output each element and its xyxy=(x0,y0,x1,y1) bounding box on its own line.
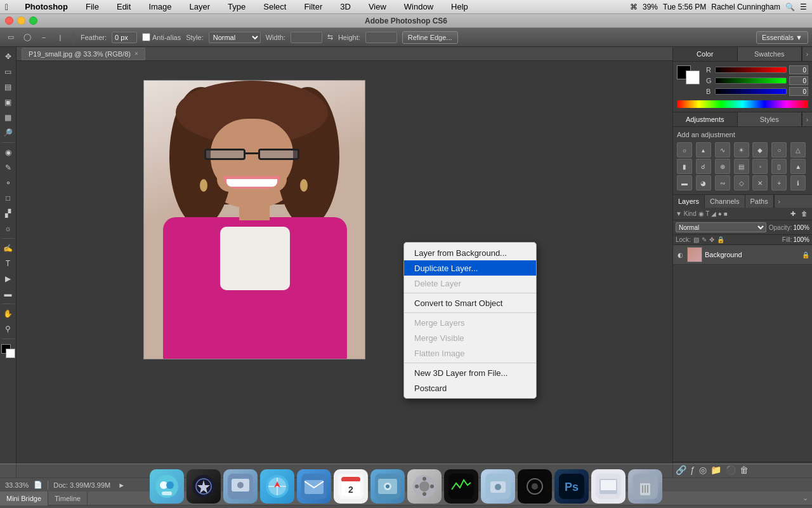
dock-mail[interactable] xyxy=(297,469,331,504)
green-value[interactable] xyxy=(789,76,808,85)
width-input[interactable] xyxy=(291,32,322,43)
dock-iweb[interactable] xyxy=(591,469,625,504)
green-slider[interactable] xyxy=(715,77,787,84)
adj-photo-filter[interactable]: ☌ xyxy=(696,159,711,174)
adj-invert[interactable]: ▫ xyxy=(752,159,768,174)
adj-vibrance2[interactable]: ◇ xyxy=(734,175,749,190)
dock-iphoto[interactable] xyxy=(370,469,405,504)
adj-bw[interactable]: ▮ xyxy=(677,159,692,174)
filter-menu[interactable]: Filter xyxy=(300,1,326,13)
adj-color-lookup[interactable]: ▤ xyxy=(734,159,749,174)
lock-position-icon[interactable]: ✥ xyxy=(709,236,714,243)
blue-value[interactable] xyxy=(789,87,808,96)
refine-edge-button[interactable]: Refine Edge... xyxy=(402,31,458,44)
adj-exposure[interactable]: ☀ xyxy=(734,142,749,157)
dock-system-pref[interactable] xyxy=(407,469,442,504)
document-tab[interactable]: P19_small.jpg @ 33.3% (RGB/8) × xyxy=(22,48,145,60)
style-select[interactable]: Normal Fixed Ratio Fixed Size xyxy=(209,32,261,43)
tab-styles[interactable]: Styles xyxy=(738,112,802,126)
move-tool[interactable]: ✥ xyxy=(1,50,15,64)
adj-new[interactable]: + xyxy=(771,175,787,190)
tab-color[interactable]: Color xyxy=(673,47,738,61)
clone-tool[interactable]: ⚬ xyxy=(1,176,15,190)
layer-menu[interactable]: Layer xyxy=(186,1,214,13)
lasso-tool[interactable]: ▤ xyxy=(1,80,15,94)
shape-tool[interactable]: ▬ xyxy=(1,287,15,301)
eyedropper-tool[interactable]: 🔎 xyxy=(1,126,15,140)
maximize-button[interactable] xyxy=(29,17,37,25)
dock-safari[interactable] xyxy=(260,469,294,504)
adj-panel-toggle[interactable]: › xyxy=(802,112,812,126)
color-swatch[interactable] xyxy=(1,344,15,358)
ctx-convert-smart-object[interactable]: Convert to Smart Object xyxy=(404,295,536,311)
adj-posterize[interactable]: ▯ xyxy=(771,159,787,174)
bg-color-box[interactable] xyxy=(686,70,700,84)
crop-tool[interactable]: ▦ xyxy=(1,110,15,124)
edit-menu[interactable]: Edit xyxy=(113,1,134,13)
swap-icon[interactable]: ⇆ xyxy=(327,33,333,41)
adj-selective-color[interactable]: ◕ xyxy=(696,175,711,190)
image-menu[interactable]: Image xyxy=(145,1,175,13)
search-icon[interactable]: 🔍 xyxy=(785,3,795,11)
help-menu[interactable]: Help xyxy=(447,1,472,13)
path-select-tool[interactable]: ▶ xyxy=(1,272,15,286)
tab-channels[interactable]: Channels xyxy=(705,195,745,208)
adj-channel-mixer[interactable]: ⊕ xyxy=(715,159,730,174)
dock-launchpad[interactable] xyxy=(187,469,221,504)
dock-trash[interactable] xyxy=(628,469,662,504)
dock-ps[interactable]: Ps xyxy=(554,469,589,504)
close-button[interactable] xyxy=(5,17,13,25)
minimize-button[interactable] xyxy=(17,17,25,25)
adj-hue-sat[interactable]: ○ xyxy=(771,142,787,157)
blue-slider[interactable] xyxy=(715,88,787,95)
feather-input[interactable] xyxy=(112,32,137,43)
marquee-tool[interactable]: ▭ xyxy=(1,65,15,79)
adj-curves2[interactable]: ∾ xyxy=(715,175,730,190)
single-row-tool[interactable]: − xyxy=(37,30,51,44)
elliptical-tool[interactable]: ◯ xyxy=(20,30,34,44)
new-layer-btn[interactable]: ✚ xyxy=(789,210,797,218)
color-panel-toggle[interactable]: › xyxy=(802,47,812,61)
lock-transparency-icon[interactable]: ▧ xyxy=(693,236,699,243)
type-menu[interactable]: Type xyxy=(224,1,249,13)
tab-adjustments[interactable]: Adjustments xyxy=(673,112,738,126)
layer-visibility-eye[interactable]: ◐ xyxy=(676,250,684,259)
layers-panel-toggle[interactable]: › xyxy=(774,195,784,208)
3d-menu[interactable]: 3D xyxy=(336,1,355,13)
lock-all-icon[interactable]: 🔒 xyxy=(717,236,724,243)
adj-levels[interactable]: ▴ xyxy=(696,142,711,157)
anti-alias-checkbox[interactable] xyxy=(142,33,150,41)
canvas-content[interactable]: Layer from Background... Duplicate Layer… xyxy=(16,61,672,478)
view-menu[interactable]: View xyxy=(365,1,390,13)
height-input[interactable] xyxy=(365,32,397,43)
adj-info[interactable]: ℹ xyxy=(790,175,806,190)
type-tool[interactable]: T xyxy=(1,257,15,271)
rectangular-marquee-tool[interactable]: ▭ xyxy=(4,30,18,44)
tab-layers[interactable]: Layers xyxy=(673,195,705,208)
brush-tool[interactable]: ✎ xyxy=(1,161,15,175)
tab-swatches[interactable]: Swatches xyxy=(738,47,802,61)
adj-delete[interactable]: ✕ xyxy=(752,175,768,190)
select-menu[interactable]: Select xyxy=(259,1,290,13)
background-color[interactable] xyxy=(6,349,15,358)
dock-img-capture[interactable] xyxy=(481,469,515,504)
window-menu[interactable]: Window xyxy=(400,1,437,13)
tab-paths[interactable]: Paths xyxy=(745,195,774,208)
dodge-tool[interactable]: ☼ xyxy=(1,222,15,236)
ctx-layer-from-background[interactable]: Layer from Background... xyxy=(404,245,536,260)
ctx-duplicate-layer[interactable]: Duplicate Layer... xyxy=(404,260,536,276)
adj-vibrance[interactable]: ◆ xyxy=(752,142,768,157)
gradient-tool[interactable]: ▞ xyxy=(1,206,15,220)
adj-curves[interactable]: ∿ xyxy=(715,142,730,157)
quick-select-tool[interactable]: ▣ xyxy=(1,95,15,109)
color-spectrum[interactable] xyxy=(677,100,808,108)
dock-finder[interactable] xyxy=(150,469,184,504)
lock-image-icon[interactable]: ✎ xyxy=(702,236,707,243)
ctx-new-3d-layer[interactable]: New 3D Layer from File... xyxy=(404,365,536,380)
ctx-postcard[interactable]: Postcard xyxy=(404,380,536,396)
dock-calendar[interactable]: 2 xyxy=(334,469,368,504)
file-menu[interactable]: File xyxy=(82,1,103,13)
adj-brightness[interactable]: ☼ xyxy=(677,142,692,157)
dock-aperture[interactable] xyxy=(518,469,552,504)
pen-tool[interactable]: ✍ xyxy=(1,241,15,255)
